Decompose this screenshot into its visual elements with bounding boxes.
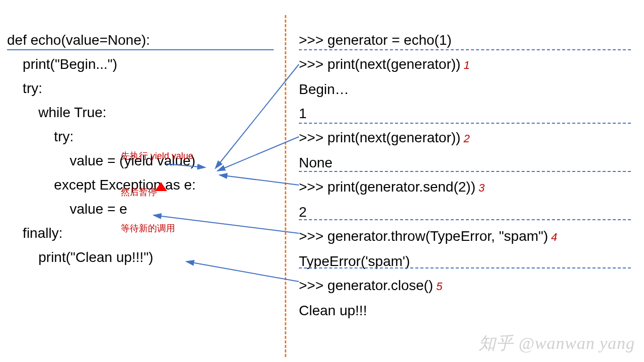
repl-separator xyxy=(299,219,631,220)
repl-header-underline xyxy=(299,49,631,50)
repl-line: 2 xyxy=(299,200,636,224)
code-line: def echo(value=None): xyxy=(7,28,279,52)
repl-line: >>> print(next(generator))2 xyxy=(299,126,636,151)
marker-triangle-icon xyxy=(155,182,167,191)
repl-line: >>> generator.close()5 xyxy=(299,274,636,299)
code-header-underline xyxy=(7,49,274,50)
repl-pane: >>> generator = echo(1) >>> print(next(g… xyxy=(299,28,636,323)
code-line: while True: xyxy=(7,101,279,125)
watermark: 知乎 @wanwan yang xyxy=(478,332,635,355)
step-number: 2 xyxy=(463,132,469,145)
repl-line: Clean up!!! xyxy=(299,299,636,323)
code-line: print("Clean up!!!") xyxy=(7,245,279,269)
code-line: print("Begin...") xyxy=(7,52,279,76)
repl-line: TypeError('spam') xyxy=(299,249,636,274)
step-number: 3 xyxy=(478,182,485,194)
repl-separator xyxy=(299,123,631,124)
step-number: 4 xyxy=(551,231,557,243)
repl-line: >>> generator = echo(1) xyxy=(299,28,636,52)
repl-separator xyxy=(299,267,631,268)
step-number: 1 xyxy=(463,59,469,71)
repl-line: 1 xyxy=(299,102,636,126)
repl-line: >>> print(next(generator))1 xyxy=(299,52,636,77)
vertical-divider xyxy=(285,15,286,357)
repl-line: >>> print(generator.send(2))3 xyxy=(299,175,636,200)
annotation-line: 先执行 yield value xyxy=(121,150,193,162)
repl-line: >>> generator.throw(TypeError, "spam")4 xyxy=(299,224,636,249)
repl-separator xyxy=(299,171,631,172)
repl-line: Begin… xyxy=(299,77,636,102)
step-number: 5 xyxy=(436,280,442,293)
annotation-line: 等待新的调用 xyxy=(121,222,193,234)
code-line: try: xyxy=(7,76,279,101)
